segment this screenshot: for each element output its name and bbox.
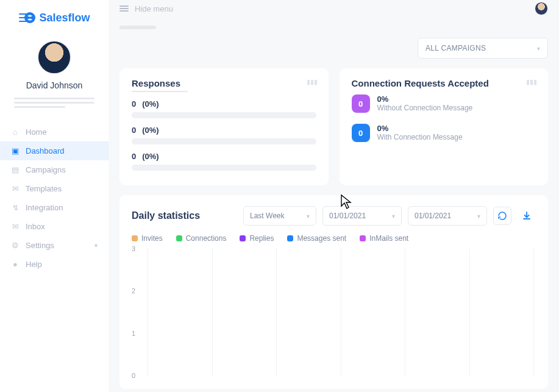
sidebar-item-label: Inbox (26, 222, 45, 231)
stats-title: Daily statistics (132, 210, 237, 221)
connection-desc: With Connection Message (377, 133, 463, 141)
topbar: Hide menu (109, 0, 559, 17)
gridline (148, 249, 148, 376)
sidebar-item-templates[interactable]: ✉Templates (0, 179, 109, 198)
connection-desc: Without Connection Message (377, 104, 473, 112)
legend-swatch (360, 235, 366, 241)
response-pct: (0%) (142, 126, 158, 135)
chart-legend: InvitesConnectionsRepliesMessages sentIn… (132, 234, 536, 243)
chevron-down-icon: ▾ (307, 213, 310, 219)
legend-swatch (176, 235, 182, 241)
main-content: ALL CAMPAIGNS ▾ ▮▮▮ Responses 0(0%)0(0%)… (109, 17, 559, 392)
y-tick-label: 2 (132, 287, 135, 294)
hide-menu-button[interactable]: Hide menu (119, 4, 173, 13)
gridline (469, 249, 470, 376)
daily-statistics-card: Daily statistics Last Week ▾ 01/01/2021 … (119, 195, 548, 389)
sidebar-item-dashboard[interactable]: ▣Dashboard (0, 141, 109, 160)
download-button[interactable] (518, 207, 536, 225)
legend-label: Invites (141, 234, 163, 243)
y-tick-label: 3 (132, 245, 135, 252)
bar-chart-icon: ▮▮▮ (307, 78, 318, 86)
legend-label: Replies (249, 234, 274, 243)
inbox-icon: ✉ (11, 222, 20, 231)
responses-title: Responses (132, 78, 316, 88)
connections-title: Connection Requests Accepted (352, 78, 536, 88)
response-count: 0 (132, 152, 136, 161)
date-from-label: 01/01/2021 (329, 212, 366, 220)
date-range-select[interactable]: Last Week ▾ (243, 206, 316, 226)
help-icon: ● (11, 260, 20, 269)
count-badge: 0 (352, 94, 370, 113)
legend-label: Connections (186, 234, 227, 243)
legend-swatch (132, 235, 138, 241)
campaign-filter-label: ALL CAMPAIGNS (425, 44, 486, 52)
connection-row: 00%Without Connection Message (352, 94, 536, 113)
progress-bar (132, 138, 316, 144)
refresh-button[interactable] (493, 207, 511, 225)
logo-icon (18, 11, 35, 24)
sidebar-item-label: Home (26, 127, 47, 137)
hide-menu-label: Hide menu (135, 4, 173, 13)
bar-chart-icon: ▮▮▮ (526, 78, 537, 86)
sidebar-item-home[interactable]: ⌂Home (0, 123, 109, 141)
sidebar-item-campaigns[interactable]: ▤Campaigns (0, 160, 109, 179)
legend-label: Messages sent (297, 234, 346, 243)
sidebar-item-help[interactable]: ●Help (0, 255, 109, 274)
response-count: 0 (132, 126, 136, 135)
campaigns-icon: ▤ (11, 165, 20, 174)
connection-requests-card: ▮▮▮ Connection Requests Accepted 00%With… (340, 68, 549, 185)
sidebar-item-label: Integration (26, 203, 63, 212)
gridline (341, 249, 341, 376)
top-avatar[interactable] (535, 2, 548, 15)
sidebar-item-settings[interactable]: ⚙Settings▾ (0, 236, 109, 255)
response-row: 0(0%) (132, 126, 316, 144)
sidebar-item-integration[interactable]: ↯Integration (0, 198, 109, 217)
dashboard-icon: ▣ (11, 146, 20, 155)
date-to-label: 01/01/2021 (415, 212, 451, 220)
integration-icon: ↯ (11, 203, 20, 212)
gridline (212, 249, 213, 376)
legend-item[interactable]: InMails sent (360, 234, 408, 243)
settings-icon: ⚙ (11, 241, 20, 250)
app-name: Salesflow (39, 12, 90, 24)
skeleton-bar (119, 26, 156, 29)
app-logo[interactable]: Salesflow (0, 11, 109, 24)
date-from-select[interactable]: 01/01/2021 ▾ (322, 206, 402, 226)
response-row: 0(0%) (132, 152, 316, 171)
legend-item[interactable]: Replies (240, 234, 274, 243)
sidebar: Salesflow David Johnson ⌂Home▣Dashboard▤… (0, 0, 109, 392)
legend-item[interactable]: Messages sent (287, 234, 346, 243)
profile-avatar[interactable] (37, 40, 71, 74)
connection-pct: 0% (377, 94, 473, 104)
svg-point-0 (24, 12, 35, 23)
templates-icon: ✉ (11, 184, 20, 193)
sidebar-item-inbox[interactable]: ✉Inbox (0, 217, 109, 236)
chevron-down-icon: ▾ (477, 213, 480, 219)
response-pct: (0%) (142, 99, 158, 109)
refresh-icon (497, 211, 507, 221)
y-tick-label: 0 (132, 372, 135, 379)
response-pct: (0%) (142, 152, 158, 161)
date-to-select[interactable]: 01/01/2021 ▾ (408, 206, 487, 226)
progress-bar (132, 112, 316, 118)
legend-item[interactable]: Connections (176, 234, 227, 243)
campaign-filter-select[interactable]: ALL CAMPAIGNS ▾ (418, 38, 548, 59)
sidebar-item-label: Campaigns (26, 165, 66, 174)
menu-icon (119, 4, 129, 13)
chevron-down-icon: ▾ (537, 45, 540, 52)
legend-label: InMails sent (369, 234, 408, 243)
profile-name: David Johnson (0, 80, 109, 90)
sidebar-item-label: Templates (26, 184, 62, 193)
daily-stats-chart: 3210 (132, 249, 536, 389)
legend-swatch (240, 235, 246, 241)
gridline (276, 249, 277, 376)
response-row: 0(0%) (132, 99, 316, 118)
responses-card: ▮▮▮ Responses 0(0%)0(0%)0(0%) (119, 68, 329, 185)
chevron-down-icon: ▾ (392, 213, 395, 219)
home-icon: ⌂ (11, 127, 20, 137)
gridline (533, 249, 534, 376)
legend-swatch (287, 235, 293, 241)
chevron-down-icon: ▾ (94, 242, 98, 249)
legend-item[interactable]: Invites (132, 234, 163, 243)
y-tick-label: 1 (132, 330, 135, 337)
